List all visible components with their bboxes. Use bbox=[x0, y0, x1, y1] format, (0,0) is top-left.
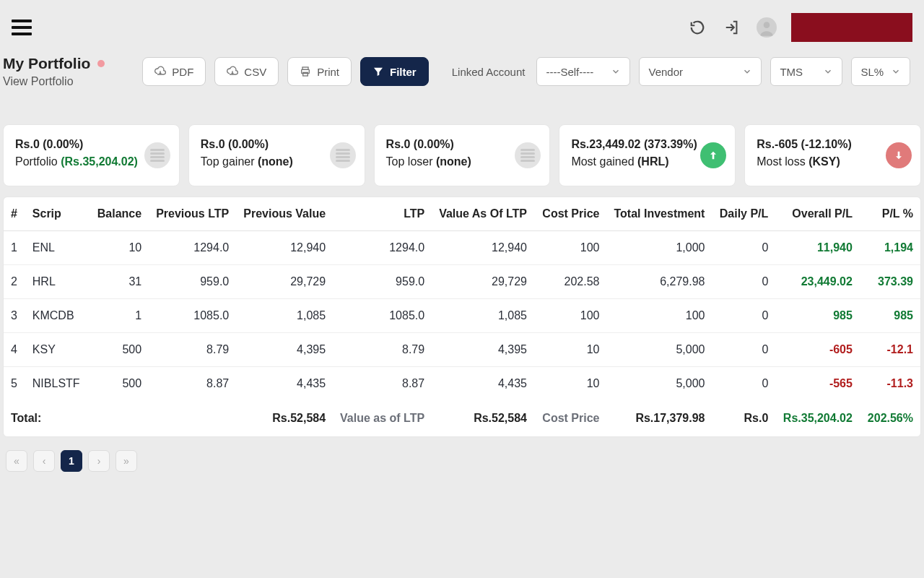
cell-overall-pl: 985 bbox=[775, 299, 860, 333]
th-ltp[interactable]: LTP bbox=[333, 197, 432, 231]
card-label: Top loser bbox=[386, 155, 433, 168]
cell-overall-pl: -605 bbox=[775, 333, 860, 367]
cell-daily-pl: 0 bbox=[712, 367, 775, 401]
th-idx[interactable]: # bbox=[4, 197, 25, 231]
card-label: Portfolio bbox=[15, 155, 58, 168]
cell-total-inv: 5,000 bbox=[607, 333, 712, 367]
total-label: Total: bbox=[4, 400, 90, 436]
card-amount: Rs.23,449.02 bbox=[571, 138, 640, 150]
cell-scrip: ENL bbox=[25, 231, 90, 265]
cell-idx: 5 bbox=[4, 367, 25, 401]
card-label: Most loss bbox=[757, 155, 806, 168]
cell-cost-price: 10 bbox=[534, 367, 607, 401]
filter-button[interactable]: Filter bbox=[360, 57, 429, 86]
cell-total-inv: 1,000 bbox=[607, 231, 712, 265]
footer-pl-pct: 202.56% bbox=[860, 400, 920, 436]
cell-scrip: KMCDB bbox=[25, 299, 90, 333]
table-row[interactable]: 1ENL101294.012,9401294.012,9401001,00001… bbox=[4, 231, 920, 265]
cell-ltp: 8.87 bbox=[333, 367, 432, 401]
card-pct: (-12.10%) bbox=[801, 138, 852, 150]
cell-balance: 500 bbox=[90, 367, 149, 401]
card-label: Top gainer bbox=[201, 155, 255, 168]
live-dot-icon bbox=[97, 60, 105, 67]
linked-account-select[interactable]: ----Self---- bbox=[536, 57, 630, 86]
footer-prev-value: Rs.52,584 bbox=[236, 400, 333, 436]
th-overall-pl[interactable]: Overall P/L bbox=[775, 197, 860, 231]
cell-overall-pl: 23,449.02 bbox=[775, 265, 860, 299]
card-pct: (0.00%) bbox=[414, 138, 454, 150]
cell-value-ltp: 4,435 bbox=[432, 367, 534, 401]
footer-daily-pl: Rs.0 bbox=[712, 400, 775, 436]
cell-value-ltp: 4,395 bbox=[432, 333, 534, 367]
card-value: (none) bbox=[436, 155, 471, 168]
card-value: (Rs.35,204.02) bbox=[61, 155, 138, 168]
page-first-button[interactable]: « bbox=[6, 450, 27, 472]
menu-icon[interactable] bbox=[12, 20, 32, 35]
cell-balance: 1 bbox=[90, 299, 149, 333]
portfolio-table: # Scrip Balance Previous LTP Previous Va… bbox=[3, 197, 921, 437]
cell-ltp: 1294.0 bbox=[333, 231, 432, 265]
avatar-icon[interactable] bbox=[757, 17, 777, 38]
card-most-gained: Rs.23,449.02 (373.39%) Most gained (HRL) bbox=[559, 124, 736, 186]
chevron-down-icon bbox=[742, 66, 752, 77]
vendor-value: Vendor bbox=[648, 66, 683, 78]
th-prev-value[interactable]: Previous Value bbox=[236, 197, 333, 231]
cell-daily-pl: 0 bbox=[712, 231, 775, 265]
th-total-inv[interactable]: Total Investment bbox=[607, 197, 712, 231]
page-title: My Portfolio bbox=[3, 55, 90, 72]
card-value: (HRL) bbox=[637, 155, 669, 168]
export-pdf-button[interactable]: PDF bbox=[142, 57, 206, 86]
cell-idx: 2 bbox=[4, 265, 25, 299]
page-prev-button[interactable]: ‹ bbox=[33, 450, 55, 472]
chevron-down-icon bbox=[611, 66, 621, 77]
cell-ltp: 959.0 bbox=[333, 265, 432, 299]
cell-idx: 3 bbox=[4, 299, 25, 333]
table-row[interactable]: 3KMCDB11085.01,0851085.01,08510010009859… bbox=[4, 299, 920, 333]
card-amount: Rs.0 bbox=[201, 138, 225, 150]
cell-cost-price: 100 bbox=[534, 299, 607, 333]
cell-daily-pl: 0 bbox=[712, 265, 775, 299]
print-button[interactable]: Print bbox=[287, 57, 352, 86]
th-pl-pct[interactable]: P/L % bbox=[860, 197, 920, 231]
cloud-download-icon bbox=[154, 66, 166, 77]
th-prev-ltp[interactable]: Previous LTP bbox=[149, 197, 236, 231]
table-row[interactable]: 4KSY5008.794,3958.794,395105,0000-605-12… bbox=[4, 333, 920, 367]
table-row[interactable]: 2HRL31959.029,729959.029,729202.586,279.… bbox=[4, 265, 920, 299]
cell-balance: 10 bbox=[90, 231, 149, 265]
vendor-select[interactable]: Vendor bbox=[639, 57, 762, 86]
th-scrip[interactable]: Scrip bbox=[25, 197, 90, 231]
footer-total-inv: Rs.17,379.98 bbox=[607, 400, 712, 436]
cell-ltp: 8.79 bbox=[333, 333, 432, 367]
page-last-button[interactable]: » bbox=[116, 450, 137, 472]
tms-value: TMS bbox=[780, 66, 803, 78]
th-cost-price[interactable]: Cost Price bbox=[534, 197, 607, 231]
table-row[interactable]: 5NIBLSTF5008.874,4358.874,435105,0000-56… bbox=[4, 367, 920, 401]
filter-label: Filter bbox=[390, 66, 417, 78]
cell-scrip: KSY bbox=[25, 333, 90, 367]
sl-select[interactable]: SL% bbox=[851, 57, 910, 86]
refresh-icon[interactable] bbox=[687, 17, 707, 38]
card-amount: Rs.-605 bbox=[757, 138, 798, 150]
cell-total-inv: 6,279.98 bbox=[607, 265, 712, 299]
th-balance[interactable]: Balance bbox=[90, 197, 149, 231]
linked-account-value: ----Self---- bbox=[546, 66, 593, 78]
cell-prev-value: 29,729 bbox=[236, 265, 333, 299]
page-next-button[interactable]: › bbox=[88, 450, 110, 472]
printer-icon bbox=[300, 66, 311, 77]
print-label: Print bbox=[317, 66, 339, 78]
card-most-loss: Rs.-605 (-12.10%) Most loss (KSY) bbox=[744, 124, 921, 186]
linked-account-label: Linked Account bbox=[437, 66, 528, 78]
th-value-ltp[interactable]: Value As Of LTP bbox=[432, 197, 534, 231]
export-csv-button[interactable]: CSV bbox=[214, 57, 279, 86]
logout-icon[interactable] bbox=[722, 17, 742, 38]
page-current-button[interactable]: 1 bbox=[61, 450, 82, 472]
cell-pl-pct: -11.3 bbox=[860, 367, 920, 401]
cell-prev-ltp: 959.0 bbox=[149, 265, 236, 299]
cell-total-inv: 5,000 bbox=[607, 367, 712, 401]
card-value: (none) bbox=[258, 155, 293, 168]
th-daily-pl[interactable]: Daily P/L bbox=[712, 197, 775, 231]
arrow-down-icon bbox=[886, 142, 912, 168]
tms-select[interactable]: TMS bbox=[770, 57, 842, 86]
card-pct: (0.00%) bbox=[228, 138, 269, 150]
cell-scrip: NIBLSTF bbox=[25, 367, 90, 401]
